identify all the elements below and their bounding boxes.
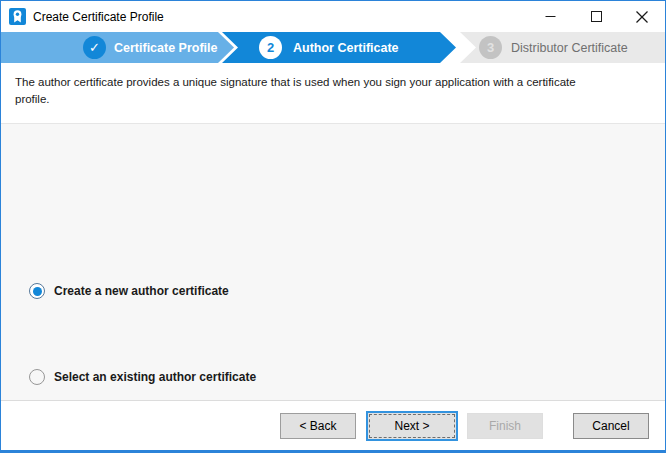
step3-number-badge: 3 <box>479 36 502 59</box>
step1-completed-check-icon: ✓ <box>83 36 106 59</box>
certificate-badge-icon <box>9 8 26 25</box>
minimize-icon[interactable] <box>527 1 573 32</box>
step1-label: Certificate Profile <box>114 41 218 55</box>
option-select-existing-author-certificate[interactable]: Select an existing author certificate <box>29 369 256 385</box>
back-button[interactable]: < Back <box>280 413 356 439</box>
step2-label: Author Certificate <box>293 41 399 55</box>
step-description-panel: The author certificate provides a unique… <box>1 63 665 124</box>
description-line1: The author certificate provides a unique… <box>15 74 576 91</box>
next-button-label: Next > <box>394 419 429 433</box>
radio-dot <box>33 287 42 296</box>
option-label-select-existing[interactable]: Select an existing author certificate <box>54 370 256 384</box>
close-icon[interactable] <box>619 1 665 32</box>
title-bar: Create Certificate Profile <box>1 1 665 32</box>
window-title: Create Certificate Profile <box>33 10 164 24</box>
window-controls <box>527 1 665 32</box>
description-line2: profile. <box>15 91 576 108</box>
maximize-icon[interactable] <box>573 1 619 32</box>
step-description: The author certificate provides a unique… <box>15 74 576 108</box>
radio-select-existing-unselected[interactable] <box>29 369 45 385</box>
finish-button-disabled: Finish <box>467 413 543 439</box>
step2-number-badge: 2 <box>259 36 282 59</box>
next-button[interactable]: Next > <box>366 411 458 441</box>
dialog-button-bar: < Back Next > Finish Cancel <box>1 401 665 450</box>
option-label-create-new[interactable]: Create a new author certificate <box>54 284 229 298</box>
option-create-new-author-certificate[interactable]: Create a new author certificate <box>29 283 229 299</box>
cancel-button[interactable]: Cancel <box>573 413 649 439</box>
author-certificate-options-panel: Create a new author certificate Select a… <box>1 124 665 401</box>
radio-create-new-selected[interactable] <box>29 283 45 299</box>
create-certificate-profile-dialog: Create Certificate Profile ✓ Certificate… <box>0 0 666 453</box>
step3-label: Distributor Certificate <box>511 41 628 55</box>
wizard-step-bar: ✓ Certificate Profile 2 Author Certifica… <box>1 32 665 63</box>
